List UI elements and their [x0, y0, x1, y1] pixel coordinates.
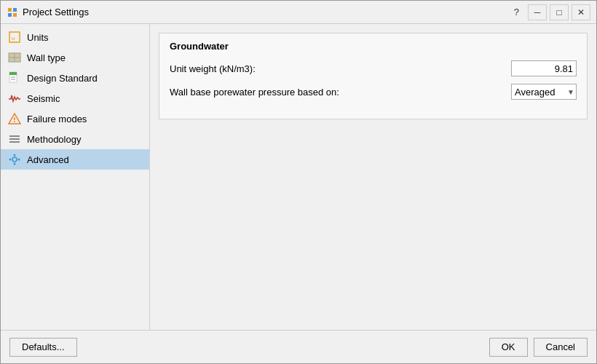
close-button[interactable]: ✕ — [572, 4, 590, 20]
footer: Defaults... OK Cancel — [1, 330, 596, 363]
svg-rect-18 — [9, 141, 20, 143]
methodology-icon — [8, 132, 21, 146]
failure-icon — [8, 112, 21, 125]
sidebar-item-failure-modes[interactable]: Failure modes — [1, 108, 149, 129]
porewater-pressure-label: Wall base porewater pressure based on: — [170, 87, 511, 98]
svg-rect-1 — [13, 8, 17, 12]
sidebar-item-seismic[interactable]: Seismic — [1, 88, 149, 108]
sidebar-item-wall-label: Wall type — [27, 52, 66, 63]
svg-point-20 — [14, 154, 16, 157]
minimize-button[interactable]: ─ — [528, 4, 547, 20]
footer-left: Defaults... — [9, 338, 77, 357]
svg-rect-2 — [8, 13, 12, 17]
sidebar-item-advanced-label: Advanced — [27, 154, 69, 165]
svg-rect-10 — [9, 72, 17, 75]
defaults-button[interactable]: Defaults... — [9, 338, 77, 357]
svg-point-22 — [9, 159, 12, 161]
design-icon — [8, 71, 21, 84]
svg-point-19 — [12, 157, 17, 162]
sidebar-item-failure-label: Failure modes — [27, 114, 87, 124]
unit-weight-input[interactable] — [511, 60, 577, 76]
sidebar-item-methodology[interactable]: Methodology — [1, 129, 149, 149]
main-content: Groundwater Unit weight (kN/m3): Wall ba… — [150, 24, 596, 330]
svg-text:u: u — [12, 35, 15, 41]
porewater-select-container: Averaged Minimum Maximum ▼ — [511, 84, 577, 100]
sidebar-item-wall-type[interactable]: Wall type — [1, 47, 149, 68]
content-area: u Units Wall type — [1, 24, 596, 330]
unit-weight-row: Unit weight (kN/m3): — [170, 60, 577, 76]
units-icon: u — [8, 31, 21, 44]
title-bar-controls: ? ─ □ ✕ — [508, 4, 590, 20]
seismic-icon — [8, 92, 21, 105]
title-bar: Project Settings ? ─ □ ✕ — [1, 1, 596, 24]
sidebar: u Units Wall type — [1, 24, 150, 330]
groundwater-section: Groundwater Unit weight (kN/m3): Wall ba… — [159, 33, 588, 119]
svg-point-15 — [14, 121, 15, 122]
maximize-button[interactable]: □ — [550, 4, 569, 20]
footer-right: OK Cancel — [489, 338, 588, 357]
sidebar-item-methodology-label: Methodology — [27, 134, 81, 145]
ok-button[interactable]: OK — [489, 338, 528, 357]
cancel-button[interactable]: Cancel — [534, 338, 588, 357]
project-settings-window: Project Settings ? ─ □ ✕ u Units — [0, 0, 597, 364]
section-title: Groundwater — [170, 41, 577, 52]
sidebar-item-seismic-label: Seismic — [27, 93, 60, 104]
advanced-icon — [8, 153, 21, 166]
window-title: Project Settings — [23, 7, 89, 17]
svg-rect-17 — [9, 138, 20, 140]
sidebar-item-advanced[interactable]: Advanced — [1, 149, 149, 170]
svg-rect-3 — [13, 13, 17, 17]
svg-rect-0 — [8, 8, 12, 12]
svg-point-23 — [18, 159, 20, 161]
help-button[interactable]: ? — [508, 7, 525, 17]
porewater-select[interactable]: Averaged Minimum Maximum — [512, 84, 576, 99]
unit-weight-label: Unit weight (kN/m3): — [170, 63, 511, 74]
title-bar-left: Project Settings — [7, 7, 89, 18]
porewater-pressure-row: Wall base porewater pressure based on: A… — [170, 84, 577, 100]
svg-rect-16 — [9, 135, 20, 137]
sidebar-item-units[interactable]: u Units — [1, 27, 149, 47]
sidebar-item-design-label: Design Standard — [27, 73, 98, 84]
sidebar-item-units-label: Units — [27, 32, 49, 43]
svg-point-21 — [14, 163, 16, 165]
app-icon — [7, 7, 18, 18]
sidebar-item-design-standard[interactable]: Design Standard — [1, 68, 149, 88]
wall-icon — [8, 51, 21, 64]
